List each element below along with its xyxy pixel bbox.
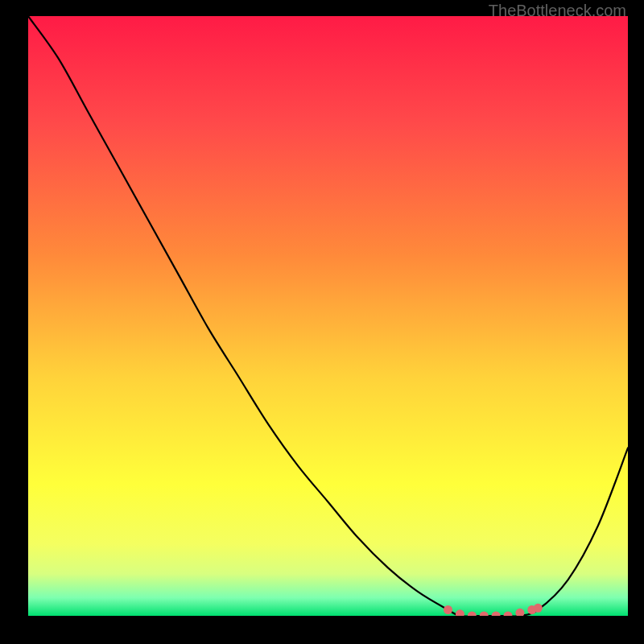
optimal-marker [492,612,501,617]
optimal-marker [444,605,452,614]
optimal-marker [480,612,489,617]
bottleneck-curve [28,16,628,616]
chart-frame [28,16,628,616]
chart-curve-layer [28,16,628,616]
optimal-marker [468,612,477,617]
optimal-marker [534,604,543,613]
optimal-marker [456,609,464,616]
optimal-marker [504,612,513,617]
plot-area [28,16,628,616]
attribution-label: TheBottleneck.com [489,2,626,20]
optimal-marker [515,609,524,616]
